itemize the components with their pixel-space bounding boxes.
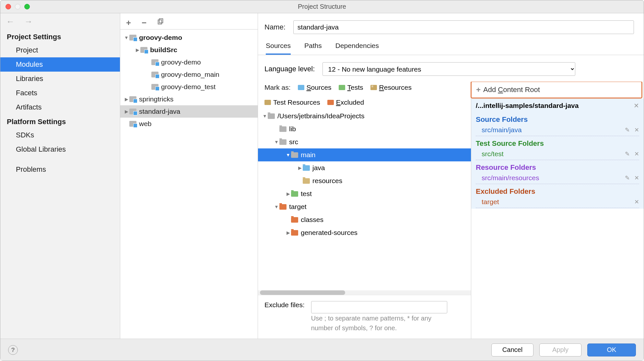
- module-tree-item[interactable]: web: [120, 118, 258, 130]
- module-icon: [151, 59, 158, 65]
- project-structure-window: Project Structure ← → Project Settings P…: [0, 0, 644, 361]
- module-icon: [151, 72, 158, 77]
- sidebar-heading-platform: Platform Settings: [0, 114, 120, 128]
- sidebar-item-facets[interactable]: Facets: [0, 86, 120, 100]
- module-label: groovy-demo: [139, 34, 182, 41]
- source-tree-item[interactable]: ▼/Users/jetbrains/IdeaProjects: [258, 110, 471, 122]
- module-list-panel: + − ▼groovy-demo▶buildSrcgroovy-demogroo…: [120, 13, 258, 339]
- source-tree[interactable]: ▼/Users/jetbrains/IdeaProjectslib▼src▼ma…: [258, 110, 471, 290]
- ok-button[interactable]: OK: [587, 344, 636, 356]
- chevron-icon[interactable]: ▼: [285, 152, 291, 157]
- source-tree-item[interactable]: ▶generated-sources: [258, 226, 471, 239]
- chevron-icon[interactable]: ▶: [297, 165, 303, 170]
- folder-icon: [298, 85, 304, 90]
- folder-group: Resource Folderssrc/main/resources✎✕: [471, 161, 644, 185]
- chevron-icon[interactable]: ▶: [285, 191, 291, 196]
- folder-label: lib: [289, 125, 296, 133]
- help-icon[interactable]: ?: [8, 345, 18, 355]
- module-tree-item[interactable]: ▶springtricks: [120, 93, 258, 105]
- chevron-icon[interactable]: ▼: [274, 139, 279, 145]
- tab-paths[interactable]: Paths: [304, 42, 322, 55]
- add-content-root-button[interactable]: + Add Content Root: [471, 82, 642, 99]
- chevron-icon[interactable]: ▼: [262, 113, 268, 119]
- mark-as-excluded[interactable]: Excluded: [327, 99, 364, 106]
- copy-icon[interactable]: [157, 18, 164, 25]
- module-name-input[interactable]: [293, 20, 634, 34]
- mark-as-test-resources[interactable]: Test Resources: [264, 99, 320, 106]
- folder-entry[interactable]: src/main/resources✎✕: [476, 173, 639, 184]
- folder-group-title: Excluded Folders: [476, 187, 639, 196]
- module-label: web: [139, 120, 152, 128]
- source-tree-item[interactable]: ▶test: [258, 187, 471, 200]
- mark-as-tests[interactable]: Tests: [339, 84, 363, 91]
- back-icon[interactable]: ←: [6, 17, 15, 27]
- mark-as-label: Mark as:: [264, 84, 291, 91]
- forward-icon[interactable]: →: [24, 17, 33, 27]
- source-tree-item[interactable]: resources: [258, 174, 471, 187]
- folder-icon: [268, 113, 275, 119]
- source-tree-item[interactable]: ▶java: [258, 161, 471, 174]
- chevron-icon[interactable]: ▶: [135, 47, 140, 52]
- chevron-icon[interactable]: ▼: [274, 204, 279, 209]
- add-icon[interactable]: +: [126, 18, 133, 25]
- chevron-icon[interactable]: ▼: [123, 35, 129, 40]
- remove-icon[interactable]: ✕: [634, 126, 639, 134]
- sidebar-item-modules[interactable]: Modules: [0, 57, 120, 72]
- mark-as-resources[interactable]: Resources: [370, 84, 412, 91]
- folder-group: Excluded Folderstarget✕: [471, 185, 644, 209]
- cancel-button[interactable]: Cancel: [491, 344, 533, 356]
- module-tree-item[interactable]: ▶buildSrc: [120, 44, 258, 56]
- content-root-path[interactable]: /...intellij-samples/standard-java ✕: [471, 99, 644, 113]
- module-tree-item[interactable]: groovy-demo_test: [120, 81, 258, 93]
- remove-icon[interactable]: ✕: [634, 174, 639, 181]
- module-tree-item[interactable]: groovy-demo: [120, 56, 258, 68]
- source-tree-item[interactable]: classes: [258, 213, 471, 226]
- language-level-select[interactable]: 12 - No new language features: [322, 62, 575, 76]
- folder-label: target: [289, 203, 307, 211]
- remove-icon[interactable]: ✕: [634, 150, 639, 157]
- sidebar-item-libraries[interactable]: Libraries: [0, 72, 120, 86]
- sidebar-item-project[interactable]: Project: [0, 43, 120, 57]
- horizontal-scrollbar[interactable]: [258, 290, 471, 295]
- tab-dependencies[interactable]: Dependencies: [335, 42, 379, 55]
- folder-entry[interactable]: target✕: [476, 197, 639, 208]
- source-tree-item[interactable]: ▼src: [258, 135, 471, 148]
- sidebar-item-problems[interactable]: Problems: [0, 162, 120, 177]
- exclude-files-input[interactable]: [311, 301, 447, 313]
- source-tree-item[interactable]: lib: [258, 122, 471, 135]
- chevron-icon[interactable]: ▶: [123, 109, 129, 114]
- edit-icon[interactable]: ✎: [625, 126, 630, 134]
- chevron-icon[interactable]: ▶: [123, 97, 129, 102]
- folder-entry[interactable]: src/main/java✎✕: [476, 125, 639, 136]
- sidebar-item-global-libraries[interactable]: Global Libraries: [0, 142, 120, 157]
- folder-icon: [370, 85, 377, 90]
- folder-label: resources: [312, 177, 342, 185]
- remove-icon[interactable]: −: [142, 18, 149, 25]
- edit-icon[interactable]: ✎: [625, 174, 630, 181]
- remove-root-icon[interactable]: ✕: [634, 102, 639, 110]
- remove-icon[interactable]: ✕: [634, 198, 639, 205]
- sidebar-item-sdks[interactable]: SDKs: [0, 128, 120, 142]
- chevron-icon[interactable]: ▶: [285, 230, 291, 235]
- source-tree-item[interactable]: ▼main: [258, 148, 471, 161]
- sidebar-item-artifacts[interactable]: Artifacts: [0, 100, 120, 114]
- edit-icon[interactable]: ✎: [625, 150, 630, 157]
- module-tree-item[interactable]: ▶standard-java: [120, 105, 258, 118]
- folder-label: main: [301, 151, 316, 159]
- plus-icon: +: [476, 85, 481, 94]
- source-tree-item[interactable]: ▼target: [258, 200, 471, 213]
- folder-group: Test Source Folderssrc/test✎✕: [471, 137, 644, 161]
- folder-icon: [339, 85, 345, 90]
- module-tree[interactable]: ▼groovy-demo▶buildSrcgroovy-demogroovy-d…: [120, 29, 258, 339]
- folder-icon: [264, 100, 271, 105]
- module-icon: [151, 84, 158, 90]
- tab-sources[interactable]: Sources: [266, 42, 291, 55]
- apply-button[interactable]: Apply: [539, 344, 581, 356]
- mark-as-sources[interactable]: Sources: [298, 84, 332, 91]
- window-title: Project Structure: [0, 3, 644, 10]
- module-tree-item[interactable]: ▼groovy-demo: [120, 31, 258, 44]
- module-icon: [140, 47, 147, 53]
- exclude-files-label: Exclude files:: [264, 301, 305, 309]
- module-tree-item[interactable]: groovy-demo_main: [120, 68, 258, 81]
- folder-entry[interactable]: src/test✎✕: [476, 149, 639, 160]
